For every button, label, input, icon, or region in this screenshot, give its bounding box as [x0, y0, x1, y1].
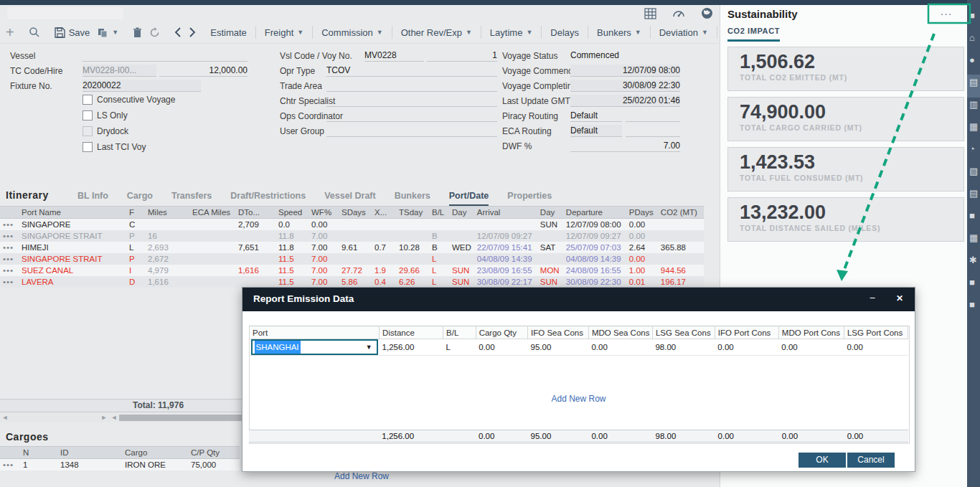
menu-bunkers[interactable]: Bunkers▼ [597, 27, 641, 38]
close-icon[interactable]: ✕ [896, 293, 903, 303]
piracy-routing-field[interactable]: Default [570, 110, 622, 122]
table-row[interactable]: •••11348IRON ORE75,000 [0, 459, 240, 471]
menu-deviation[interactable]: Deviation▼ [659, 27, 708, 38]
search-icon[interactable] [29, 27, 40, 38]
prev-voyage-icon[interactable] [174, 27, 182, 37]
gauge-icon[interactable] [672, 8, 685, 19]
chevron-down-icon[interactable]: ▼ [366, 341, 372, 353]
save-button[interactable]: Save [55, 27, 90, 38]
report-icon[interactable]: ▥ [969, 99, 980, 110]
checkbox-box[interactable] [83, 142, 93, 152]
chart-icon[interactable]: ▤ [969, 77, 980, 88]
table-row[interactable]: •••SINGAPORE STRAITP2,67211.57.00L04/08/… [0, 253, 704, 265]
fixture-label: Fixture No. [10, 81, 52, 91]
eca-routing-field2[interactable] [626, 125, 680, 137]
box-icon[interactable]: ■ [969, 277, 980, 288]
tab-draft-restrictions[interactable]: Draft/Restrictions [230, 191, 306, 207]
cell: 95.00 [528, 339, 589, 356]
checkbox-consecutive-voyage[interactable]: Consecutive Voyage [83, 95, 175, 105]
voy-no-field[interactable]: 1 [427, 49, 497, 62]
table-row[interactable]: 1,256.000.0095.000.0098.000.000.000.00 [249, 430, 908, 443]
table-row[interactable]: •••LAVERAD1,61611.57.005.860.46.26LSUN30… [0, 276, 704, 288]
file-icon[interactable]: ▧ [969, 166, 980, 177]
copy-voyage-button[interactable]: ▼ [97, 27, 118, 38]
menu-other-rev-exp[interactable]: Other Rev/Exp▼ [401, 27, 472, 38]
ok-button[interactable]: OK [798, 453, 846, 468]
refresh-icon[interactable] [149, 27, 160, 38]
row-menu-icon[interactable]: ••• [0, 459, 20, 471]
row-menu-icon[interactable]: ••• [0, 230, 19, 242]
menu-commission[interactable]: Commission▼ [321, 27, 382, 38]
tab-transfers[interactable]: Transfers [171, 191, 212, 207]
vessel-field[interactable] [83, 49, 248, 62]
row-menu-icon[interactable]: ••• [0, 242, 19, 253]
cancel-button[interactable]: Cancel [847, 453, 895, 468]
dwf-field[interactable]: 7.00 [570, 140, 680, 152]
next-voyage-icon[interactable] [189, 27, 196, 37]
list-icon[interactable]: ▤ [969, 188, 980, 199]
minimize-icon[interactable]: − [870, 292, 875, 303]
doc-icon[interactable]: ▦ [969, 121, 980, 133]
tab-vessel-draft[interactable]: Vessel Draft [324, 191, 376, 207]
tab-port-date[interactable]: Port/Date [449, 191, 489, 207]
tab-bl-info[interactable]: BL Info [77, 191, 108, 207]
globe-icon[interactable]: ● [969, 55, 980, 66]
vsl-code-field[interactable]: MV0228 [364, 49, 424, 62]
add-button[interactable]: + [6, 26, 14, 39]
trade-area-field[interactable] [326, 80, 497, 92]
checkbox-box[interactable] [83, 95, 93, 105]
tab-co2-impact[interactable]: CO2 IMPACT [727, 27, 780, 42]
dialog-titlebar[interactable]: Report Emission Data − ✕ [242, 288, 915, 311]
sustainability-more-button[interactable]: ··· [932, 8, 961, 19]
globe-icon[interactable] [701, 7, 713, 19]
row-menu-icon[interactable]: ••• [0, 219, 19, 231]
menu-freight[interactable]: Freight▼ [265, 27, 303, 38]
cell [249, 430, 379, 443]
grid-icon[interactable]: ▦ [969, 232, 980, 244]
scroll-left2-icon[interactable]: ◄ [109, 413, 119, 422]
tc-hire-field[interactable]: 12,000.00 [159, 65, 248, 77]
scroll-left-icon[interactable]: ◄ [0, 413, 10, 422]
home-icon[interactable]: ⌂ [969, 32, 980, 44]
ops-coordinator-field[interactable] [326, 110, 497, 122]
tab-cargo[interactable]: Cargo [127, 191, 153, 207]
scroll-right-icon[interactable]: ► [99, 413, 109, 422]
voyage-commencing-field[interactable]: 12/07/09 08:00 [570, 65, 680, 77]
checkbox-box[interactable] [83, 110, 93, 120]
port-combobox[interactable]: SHANGHAI▼ [251, 339, 378, 355]
chtr-specialist-field[interactable] [326, 95, 497, 107]
pin-icon[interactable]: ■ [969, 10, 980, 22]
menu-delays[interactable]: Delays [550, 27, 579, 38]
eca-routing-field[interactable]: Default [570, 125, 622, 137]
user-group-field[interactable] [326, 125, 497, 137]
tab-properties[interactable]: Properties [507, 191, 552, 207]
cell: 11.8 [275, 230, 308, 242]
fixture-field[interactable]: 20200022 [83, 80, 201, 92]
grid-view-icon[interactable] [644, 8, 656, 19]
clock-icon[interactable]: ◔ [969, 143, 980, 155]
table-row[interactable]: •••SINGAPORE STRAITP1611.87.00B12/07/09 … [0, 230, 704, 242]
panel-icon[interactable]: ■ [969, 210, 980, 222]
port-selected-value: SHANGHAI [255, 341, 301, 354]
menu-laytime[interactable]: Laytime▼ [490, 27, 532, 38]
menu-estimate[interactable]: Estimate [210, 27, 247, 38]
row-menu-icon[interactable]: ••• [0, 265, 19, 276]
delete-icon[interactable] [133, 27, 142, 38]
table-row[interactable]: •••SUEZ CANALI4,9791,61611.57.0027.721.9… [0, 265, 704, 276]
tab-bunkers[interactable]: Bunkers [395, 191, 430, 207]
row-menu-icon[interactable]: ••• [0, 276, 19, 288]
dialog-add-new-row-link[interactable]: Add New Row [249, 394, 908, 404]
add-new-row-link[interactable]: Add New Row [334, 471, 389, 481]
voyage-completing-field[interactable]: 30/08/09 22:30 [570, 80, 680, 92]
table-row[interactable]: SHANGHAI▼1,256.00L0.0095.000.0098.000.00… [250, 339, 908, 356]
piracy-routing-field2[interactable] [626, 110, 680, 122]
table-row[interactable]: •••SINGAPOREC2,7090.00.00SUN12/07/09 08:… [0, 219, 704, 231]
row-menu-icon[interactable]: ••• [0, 253, 19, 265]
checkbox-ls-only[interactable]: LS Only [83, 110, 128, 120]
checkbox-last-tci-voy[interactable]: Last TCI Voy [83, 142, 146, 152]
opr-type-field[interactable]: TCOV [326, 65, 497, 77]
table-row[interactable]: •••HIMEJIL2,6937,65111.87.009.610.710.28… [0, 242, 704, 253]
gear-icon[interactable]: ✱ [969, 255, 980, 266]
tc-code-field[interactable]: MV0228-I00... [83, 65, 156, 77]
box2-icon[interactable]: ■ [969, 299, 980, 311]
